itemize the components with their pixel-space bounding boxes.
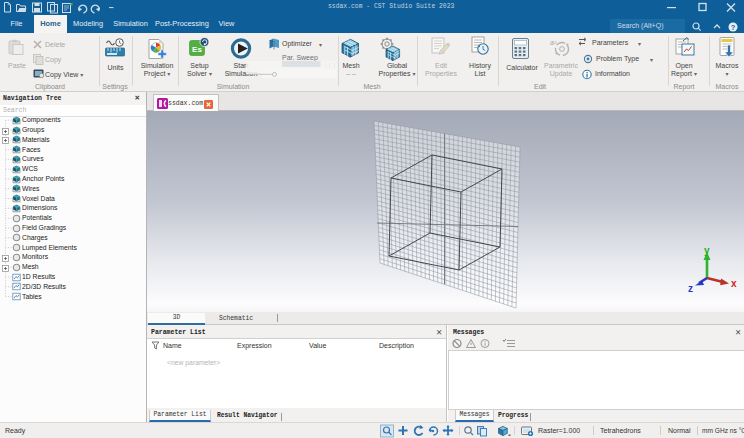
svg-text:a²: a² (550, 39, 557, 46)
svg-text:x: x (731, 278, 737, 289)
svg-text:y: y (704, 245, 710, 256)
svg-text:Es: Es (192, 45, 202, 54)
svg-text:z: z (688, 283, 693, 294)
svg-text:?: ? (731, 23, 736, 32)
